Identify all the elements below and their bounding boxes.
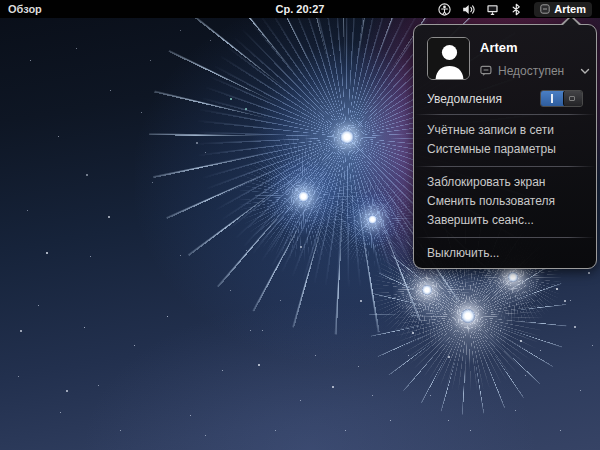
menu-item-online-accounts[interactable]: Учётные записи в сети xyxy=(414,121,596,140)
identity: Artem Недоступен xyxy=(480,37,583,78)
system-tray: Artem xyxy=(438,2,592,17)
notifications-row: Уведомления xyxy=(414,80,596,107)
user-status-icon xyxy=(540,4,550,14)
avatar xyxy=(427,37,470,80)
bluetooth-icon[interactable] xyxy=(510,3,523,16)
user-menu-popup: Artem Недоступен xyxy=(413,24,597,269)
network-icon[interactable] xyxy=(486,3,499,16)
status-selector[interactable]: Недоступен xyxy=(480,64,583,78)
notifications-toggle[interactable] xyxy=(540,90,583,107)
status-bubble-icon xyxy=(480,65,492,77)
accessibility-icon[interactable] xyxy=(438,3,451,16)
chevron-down-icon xyxy=(580,68,590,75)
user-info-row: Artem Недоступен xyxy=(414,37,596,80)
menu-separator xyxy=(415,114,595,115)
user-menu-button[interactable]: Artem xyxy=(534,2,592,17)
menu-item-switch-user[interactable]: Сменить пользователя xyxy=(414,192,596,211)
menu-item-log-out[interactable]: Завершить сеанс... xyxy=(414,211,596,230)
user-menu-label: Artem xyxy=(554,3,586,15)
status-label: Недоступен xyxy=(498,64,564,78)
desktop: Обзор Ср. 20:27 xyxy=(0,0,600,450)
menu-separator xyxy=(415,166,595,167)
notifications-label: Уведомления xyxy=(427,92,540,106)
menu-item-power-off[interactable]: Выключить... xyxy=(414,244,596,263)
menu-username: Artem xyxy=(480,40,583,55)
toggle-knob[interactable] xyxy=(563,91,582,106)
menu-separator xyxy=(415,237,595,238)
top-bar: Обзор Ср. 20:27 xyxy=(0,0,600,18)
menu-item-lock-screen[interactable]: Заблокировать экран xyxy=(414,173,596,192)
menu-item-system-settings[interactable]: Системные параметры xyxy=(414,140,596,159)
volume-icon[interactable] xyxy=(462,3,475,16)
